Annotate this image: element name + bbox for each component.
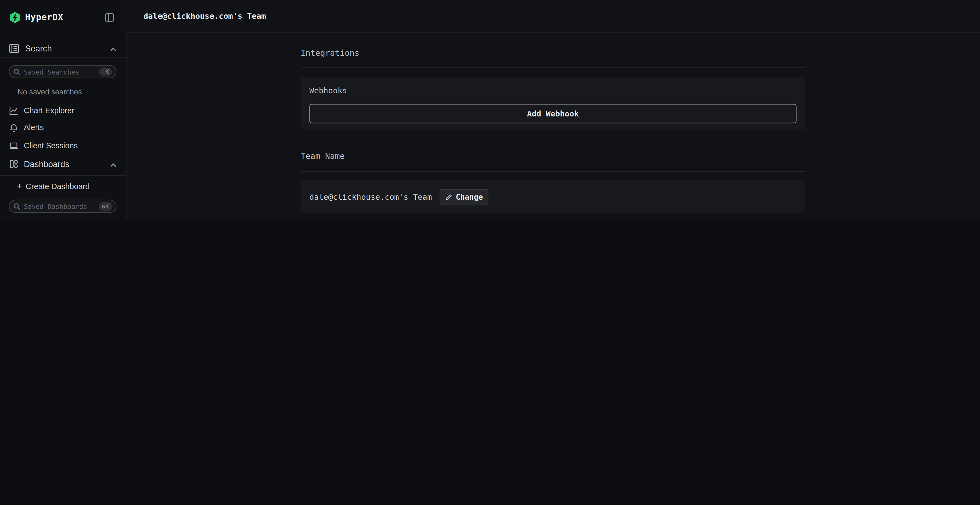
- sidebar-item-alerts[interactable]: Alerts: [24, 123, 44, 132]
- collapse-sidebar-icon[interactable]: [105, 13, 115, 22]
- sidebar-divider: [0, 175, 126, 176]
- webhooks-label: Webhooks: [309, 86, 347, 95]
- chart-explorer-icon: [9, 106, 19, 116]
- section-title-team-name: Team Name: [301, 152, 345, 161]
- sidebar-item-chart-explorer[interactable]: Chart Explorer: [24, 106, 74, 115]
- dashboards-icon: [9, 159, 19, 169]
- search-icon: [13, 68, 21, 76]
- search-section-icon: [9, 43, 19, 54]
- sidebar-section-search[interactable]: Search: [25, 44, 52, 53]
- dashboards-collapse-chevron-icon[interactable]: [110, 163, 117, 168]
- team-name-value: dale@clickhouse.com's Team: [309, 192, 432, 202]
- search-icon: [13, 202, 21, 210]
- sidebar-item-client-sessions[interactable]: Client Sessions: [24, 141, 78, 150]
- page-title: dale@clickhouse.com's Team: [143, 0, 266, 32]
- shortcut-badge: ⌘K: [99, 67, 112, 76]
- change-team-name-button[interactable]: Change: [440, 189, 488, 205]
- sidebar-divider: [0, 57, 126, 57]
- shortcut-badge: ⌘K: [99, 202, 112, 211]
- saved-dashboards-field[interactable]: [21, 202, 99, 210]
- client-sessions-laptop-icon: [9, 141, 19, 151]
- team-name-card: dale@clickhouse.com's Team Change: [301, 180, 805, 213]
- section-divider: [301, 67, 805, 68]
- webhooks-card: Webhooks Add Webhook: [301, 77, 805, 130]
- pencil-icon: [445, 194, 452, 200]
- page-header: dale@clickhouse.com's Team: [126, 0, 980, 33]
- saved-searches-input[interactable]: ⌘K: [9, 65, 116, 78]
- plus-icon: +: [17, 181, 22, 191]
- alerts-bell-icon: [9, 123, 19, 133]
- add-webhook-button[interactable]: Add Webhook: [309, 104, 797, 123]
- section-title-integrations: Integrations: [301, 48, 360, 58]
- app-window: HyperDX Search ⌘K No saved searches Char…: [0, 0, 980, 219]
- create-dashboard-button[interactable]: Create Dashboard: [25, 182, 89, 191]
- search-collapse-chevron-icon[interactable]: [110, 47, 117, 52]
- saved-searches-field[interactable]: [21, 68, 99, 76]
- section-divider: [301, 171, 805, 172]
- brand-name: HyperDX: [25, 12, 64, 22]
- no-saved-searches-text: No saved searches: [18, 87, 82, 96]
- saved-dashboards-input[interactable]: ⌘K: [9, 200, 116, 213]
- sidebar-section-dashboards[interactable]: Dashboards: [24, 160, 69, 169]
- change-label: Change: [456, 193, 483, 201]
- sidebar: HyperDX Search ⌘K No saved searches Char…: [0, 0, 127, 219]
- hyperdx-logo-icon: [9, 11, 21, 24]
